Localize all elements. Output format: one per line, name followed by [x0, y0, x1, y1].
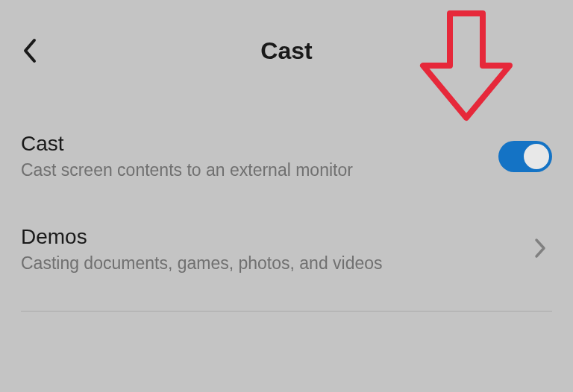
divider	[21, 311, 552, 312]
chevron-right-icon	[534, 238, 546, 259]
toggle-knob	[524, 144, 549, 169]
setting-text: Demos Casting documents, games, photos, …	[21, 225, 528, 274]
setting-text: Cast Cast screen contents to an external…	[21, 132, 498, 180]
demos-description: Casting documents, games, photos, and vi…	[21, 253, 528, 274]
cast-title: Cast	[21, 132, 498, 156]
demos-title: Demos	[21, 225, 528, 249]
page-title: Cast	[22, 37, 551, 65]
chevron-left-icon	[22, 37, 37, 64]
setting-row-cast: Cast Cast screen contents to an external…	[0, 110, 573, 203]
setting-row-demos[interactable]: Demos Casting documents, games, photos, …	[0, 203, 573, 296]
settings-list: Cast Cast screen contents to an external…	[0, 87, 573, 312]
cast-description: Cast screen contents to an external moni…	[21, 160, 498, 180]
header: Cast	[0, 0, 573, 87]
demos-chevron[interactable]	[528, 232, 552, 268]
back-button[interactable]	[22, 37, 37, 67]
cast-toggle[interactable]	[498, 141, 552, 172]
